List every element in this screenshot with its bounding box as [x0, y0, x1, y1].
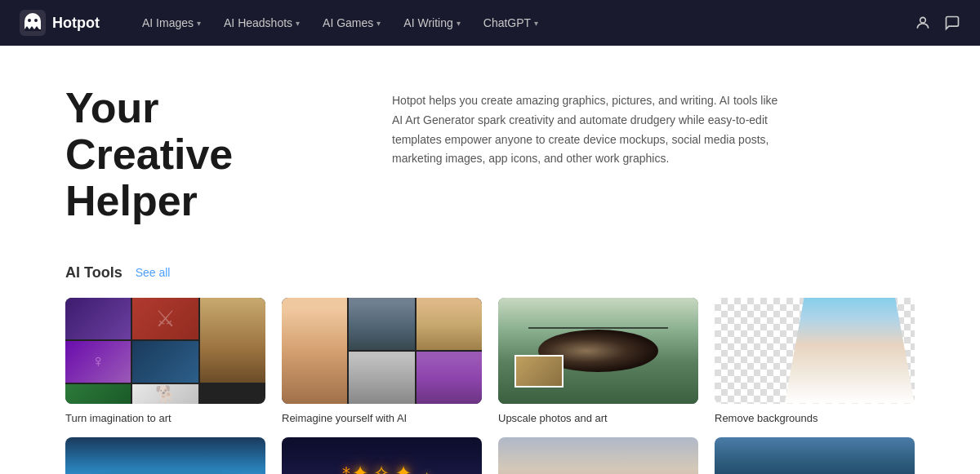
- hotpot-logo-icon: [20, 10, 46, 36]
- messages-icon[interactable]: [944, 15, 960, 31]
- ai-tools-section: AI Tools See all ⚔ ♀ 🐕 Tur: [65, 264, 915, 474]
- tool-card-portrait[interactable]: [498, 437, 698, 474]
- person-silhouette: [785, 298, 915, 404]
- chevron-down-icon: ▾: [197, 19, 201, 28]
- svg-point-6: [920, 17, 926, 23]
- tool-card-painting[interactable]: [715, 437, 915, 474]
- hero-section: Your Creative Helper Hotpot helps you cr…: [65, 85, 915, 225]
- tools-grid-row1: ⚔ ♀ 🐕 Turn imagination to art: [65, 298, 915, 424]
- chevron-down-icon: ▾: [296, 19, 300, 28]
- tool-image-portrait: [498, 437, 698, 474]
- tool-label-imagination: Turn imagination to art: [65, 412, 265, 424]
- tool-image-imagination: ⚔ ♀ 🐕: [65, 298, 265, 404]
- chevron-down-icon: ▾: [534, 19, 538, 28]
- nav-links: AI Images ▾ AI Headshots ▾ AI Games ▾ AI…: [132, 10, 908, 36]
- tool-label-upscale: Upscale photos and art: [498, 412, 698, 424]
- nav-item-ai-headshots[interactable]: AI Headshots ▾: [214, 10, 310, 36]
- tool-card-reimagine[interactable]: Reimagine yourself with AI: [282, 298, 482, 424]
- tool-image-wave: [65, 437, 265, 474]
- tool-image-painting: [715, 437, 915, 474]
- user-account-icon[interactable]: [915, 15, 931, 31]
- nav-label-ai-games: AI Games: [323, 16, 373, 29]
- tool-label-reimagine: Reimagine yourself with AI: [282, 412, 482, 424]
- eye-image: [498, 298, 698, 404]
- see-all-link[interactable]: See all: [136, 266, 171, 279]
- mosaic-art-grid: ⚔ ♀ 🐕: [65, 298, 265, 404]
- tool-card-imagination[interactable]: ⚔ ♀ 🐕 Turn imagination to art: [65, 298, 265, 424]
- nav-label-chatgpt: ChatGPT: [483, 16, 531, 29]
- wave-image: [65, 437, 265, 474]
- tool-card-wave[interactable]: [65, 437, 265, 474]
- portrait-image: [498, 437, 698, 474]
- hero-title: Your Creative Helper: [65, 85, 327, 225]
- tool-image-reimagine: [282, 298, 482, 404]
- svg-point-4: [28, 19, 31, 22]
- painting-image: [715, 437, 915, 474]
- chevron-down-icon: ▾: [457, 19, 461, 28]
- hero-description: Hotpot helps you create amazing graphics…: [392, 91, 784, 169]
- nav-label-ai-headshots: AI Headshots: [224, 16, 292, 29]
- tools-header: AI Tools See all: [65, 264, 915, 281]
- hero-title-line2: Helper: [65, 177, 198, 224]
- main-content: Your Creative Helper Hotpot helps you cr…: [0, 46, 980, 474]
- tools-grid-row2: ✦ ⁎ ✧: [65, 437, 915, 474]
- tool-image-remove-bg: [715, 298, 915, 404]
- nav-label-ai-writing: AI Writing: [403, 16, 452, 29]
- hero-title-line1: Your Creative: [65, 84, 233, 178]
- navigation: Hotpot AI Images ▾ AI Headshots ▾ AI Gam…: [0, 0, 980, 46]
- brand-name: Hotpot: [52, 15, 100, 32]
- nav-item-ai-images[interactable]: AI Images ▾: [132, 10, 211, 36]
- fireworks-image: ✦ ⁎ ✧: [282, 437, 482, 474]
- tool-card-remove-bg[interactable]: Remove backgrounds: [715, 298, 915, 424]
- tool-card-upscale[interactable]: Upscale photos and art: [498, 298, 698, 424]
- tool-label-remove-bg: Remove backgrounds: [715, 412, 915, 424]
- nav-item-ai-writing[interactable]: AI Writing ▾: [394, 10, 470, 36]
- hero-description-block: Hotpot helps you create amazing graphics…: [392, 85, 915, 169]
- nav-item-chatgpt[interactable]: ChatGPT ▾: [474, 10, 548, 36]
- svg-point-5: [34, 19, 38, 22]
- chevron-down-icon: ▾: [376, 19, 381, 28]
- hero-title-block: Your Creative Helper: [65, 85, 327, 225]
- tools-heading: AI Tools: [65, 264, 122, 281]
- nav-label-ai-images: AI Images: [142, 16, 194, 29]
- nav-item-ai-games[interactable]: AI Games ▾: [313, 10, 390, 36]
- tool-image-fireworks: ✦ ⁎ ✧: [282, 437, 482, 474]
- mosaic-faces-grid: [282, 298, 482, 404]
- tool-card-fireworks[interactable]: ✦ ⁎ ✧: [282, 437, 482, 474]
- upscale-image-container: [498, 298, 698, 404]
- brand-logo[interactable]: Hotpot: [20, 10, 100, 36]
- tool-image-upscale: [498, 298, 698, 404]
- remove-bg-image: [715, 298, 915, 404]
- nav-icon-group: [915, 15, 960, 31]
- thumbnail-overlay: [514, 355, 564, 388]
